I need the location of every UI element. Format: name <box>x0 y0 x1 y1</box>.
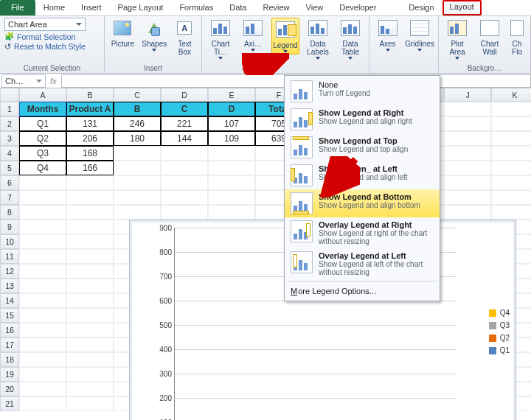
legend-option-overlay-right[interactable]: Overlay Legend at RightShow Legend at ri… <box>285 217 440 248</box>
cell[interactable] <box>19 175 66 190</box>
cell[interactable] <box>66 382 114 396</box>
cell[interactable]: D <box>208 102 255 116</box>
cell[interactable] <box>66 396 114 411</box>
column-header[interactable]: E <box>208 88 255 102</box>
cell[interactable] <box>19 264 66 279</box>
cell[interactable] <box>114 190 161 205</box>
cell[interactable] <box>491 102 531 116</box>
reset-to-match-style[interactable]: Reset to Match Style <box>14 42 86 51</box>
cell[interactable] <box>491 146 531 161</box>
row-header[interactable]: 17 <box>0 337 19 352</box>
row-header[interactable]: 2 <box>0 116 19 131</box>
cell[interactable] <box>491 161 531 175</box>
cell[interactable] <box>19 279 66 293</box>
cell[interactable] <box>208 190 255 205</box>
tab-page-layout[interactable]: Page Layout <box>110 0 172 15</box>
cell[interactable]: 206 <box>66 131 114 146</box>
fx-icon[interactable]: fx <box>50 77 57 85</box>
cell[interactable] <box>19 337 66 352</box>
cell[interactable] <box>19 190 66 205</box>
tab-formulas[interactable]: Formulas <box>171 0 221 15</box>
cell[interactable]: 109 <box>208 131 255 146</box>
row-header[interactable]: 18 <box>0 352 19 367</box>
cell[interactable] <box>161 190 208 205</box>
gridlines-button[interactable]: Gridlines <box>406 18 434 52</box>
cell[interactable] <box>66 337 114 352</box>
cell[interactable] <box>444 131 491 146</box>
cell[interactable] <box>66 205 114 220</box>
cell[interactable]: Product A <box>66 102 114 116</box>
legend-button[interactable]: Legend <box>271 18 299 55</box>
tab-layout[interactable]: Layout <box>442 0 482 15</box>
cell[interactable]: C <box>161 102 208 116</box>
row-header[interactable]: 1 <box>0 102 19 116</box>
name-box[interactable]: Ch… <box>1 74 46 88</box>
picture-button[interactable]: Picture <box>109 18 136 48</box>
cell[interactable] <box>19 323 66 337</box>
legend-option-overlay-left[interactable]: Overlay Legend at LeftShow Legend at lef… <box>285 248 440 279</box>
selection-dropdown[interactable]: Chart Area <box>4 18 86 31</box>
cell[interactable] <box>66 352 114 367</box>
tab-developer[interactable]: Developer <box>331 0 384 15</box>
row-header[interactable]: 19 <box>0 367 19 382</box>
cell[interactable] <box>19 352 66 367</box>
cell[interactable] <box>208 146 255 161</box>
tab-view[interactable]: View <box>298 0 332 15</box>
legend-option-left[interactable]: Show Legen_ at LeftShow L___nd and align… <box>285 161 440 189</box>
cell[interactable] <box>19 205 66 220</box>
tab-insert[interactable]: Insert <box>73 0 110 15</box>
row-header[interactable]: 5 <box>0 161 19 175</box>
axes-button[interactable]: Axes <box>374 18 401 52</box>
cell[interactable] <box>66 308 114 323</box>
data-labels-button[interactable]: DataLabels <box>304 18 332 60</box>
cell[interactable]: 131 <box>66 116 114 131</box>
cell[interactable] <box>444 161 491 175</box>
row-header[interactable]: 4 <box>0 146 19 161</box>
cell[interactable] <box>491 175 531 190</box>
cell[interactable] <box>114 146 161 161</box>
cell[interactable] <box>114 175 161 190</box>
tab-design[interactable]: Design <box>400 0 442 15</box>
row-header[interactable]: 13 <box>0 279 19 293</box>
row-header[interactable]: 7 <box>0 190 19 205</box>
cell[interactable] <box>491 116 531 131</box>
cell[interactable]: 221 <box>161 116 208 131</box>
cell[interactable]: 166 <box>66 161 114 175</box>
cell[interactable] <box>444 205 491 220</box>
cell[interactable] <box>19 396 66 411</box>
row-header[interactable]: 10 <box>0 234 19 249</box>
cell[interactable] <box>208 205 255 220</box>
row-header[interactable]: 3 <box>0 131 19 146</box>
column-header[interactable]: K <box>491 88 531 102</box>
cell[interactable] <box>19 293 66 308</box>
cell[interactable] <box>19 382 66 396</box>
column-header[interactable]: J <box>444 88 491 102</box>
row-header[interactable]: 14 <box>0 293 19 308</box>
cell[interactable]: Q4 <box>19 161 66 175</box>
row-header[interactable]: 12 <box>0 264 19 279</box>
legend-option-none[interactable]: NoneTurn off Legend <box>285 77 440 105</box>
cell[interactable] <box>161 146 208 161</box>
cell[interactable] <box>19 234 66 249</box>
cell[interactable] <box>66 293 114 308</box>
cell[interactable] <box>208 161 255 175</box>
cell[interactable] <box>114 161 161 175</box>
row-header[interactable]: 21 <box>0 396 19 411</box>
legend-option-bottom[interactable]: Show Legend at BottomShow Legend and ali… <box>285 189 440 217</box>
row-header[interactable]: 9 <box>0 220 19 234</box>
legend-option-top[interactable]: Show Legend at TopShow Legend and top al… <box>285 133 440 161</box>
row-header[interactable]: 6 <box>0 175 19 190</box>
legend-option-right[interactable]: Show Legend at RightShow Legend and alig… <box>285 105 440 133</box>
cell[interactable] <box>444 190 491 205</box>
tab-review[interactable]: Review <box>254 0 297 15</box>
cell[interactable] <box>66 190 114 205</box>
cell[interactable]: Q3 <box>19 146 66 161</box>
cell[interactable] <box>19 308 66 323</box>
row-header[interactable]: 15 <box>0 308 19 323</box>
row-header[interactable]: 8 <box>0 205 19 220</box>
legend-more-options[interactable]: More Legend Options... <box>285 283 440 299</box>
cell[interactable] <box>161 175 208 190</box>
shapes-button[interactable]: Shapes <box>141 18 168 52</box>
cell[interactable] <box>444 116 491 131</box>
cell[interactable] <box>66 264 114 279</box>
